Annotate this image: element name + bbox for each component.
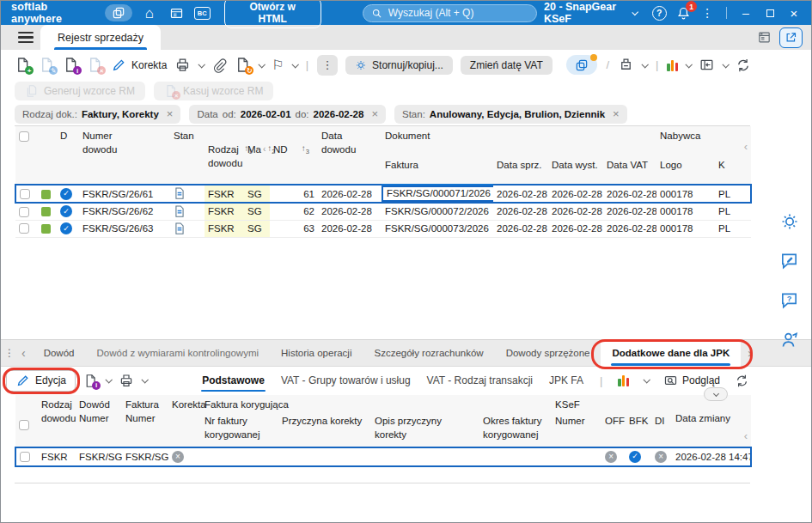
more-actions-icon[interactable]: ⋮: [317, 55, 338, 76]
collapse-columns-icon[interactable]: ‹: [744, 429, 748, 442]
document-state-icon[interactable]: [174, 222, 186, 234]
chart-dropdown-icon[interactable]: [685, 61, 692, 68]
col-rodzaj-dowodu[interactable]: Rodzaj dowodu: [38, 395, 76, 447]
table-row[interactable]: ✓ FSKR/SG/26/62 FSKR SG 62 2026-02-28 FS…: [15, 203, 751, 220]
help-icon[interactable]: ?: [649, 3, 669, 22]
table-row[interactable]: ✓ FSKR/SG/26/63 FSKR SG 63 2026-02-28 FS…: [15, 220, 751, 237]
col-status[interactable]: [38, 126, 57, 185]
delete-document-icon[interactable]: ×: [87, 57, 103, 73]
table-row[interactable]: ✓ FSKR/SG/26/61 FSKR SG 61 2026-02-28 FS…: [15, 185, 751, 203]
row-checkbox[interactable]: [20, 189, 30, 199]
filter-chip-rodzaj[interactable]: Rodzaj dok.:Faktury, Korekty ×: [15, 105, 180, 124]
col-faktura[interactable]: Faktura: [382, 155, 493, 185]
menu-icon[interactable]: [11, 25, 40, 50]
remove-filter-icon[interactable]: ×: [371, 108, 378, 119]
col-data-wyst[interactable]: Data wyst.: [548, 155, 603, 185]
col-logo[interactable]: Logo: [656, 155, 715, 185]
window-panel-icon[interactable]: [757, 30, 772, 45]
filter-chip-data[interactable]: Data od:2026-02-01 do:2026-02-28 ×: [189, 105, 386, 124]
stornuj-button[interactable]: Stornuj/kopiuj...: [345, 56, 453, 75]
col-opis-przyczyny[interactable]: Opis przyczyny korekty: [371, 411, 479, 447]
print-dropdown-icon[interactable]: [198, 61, 205, 68]
card-view-icon[interactable]: [167, 3, 187, 22]
tab-dowody-sprzezone[interactable]: Dowody sprzężone: [495, 340, 601, 366]
open-in-html-button[interactable]: Otwórz w HTML: [224, 0, 321, 28]
col-d[interactable]: D: [57, 126, 79, 185]
tab-rejestr-sprzedazy[interactable]: Rejestr sprzedaży: [40, 25, 161, 50]
help-chat-icon[interactable]: [778, 289, 800, 311]
document-refresh-icon[interactable]: ↻: [235, 57, 251, 73]
podglad-button[interactable]: Podgląd: [663, 374, 720, 388]
col-magazyn[interactable]: Ma‹ ↑2: [244, 126, 270, 185]
row-checkbox[interactable]: [19, 223, 29, 234]
document-state-icon[interactable]: [174, 204, 186, 217]
col-data-dowodu[interactable]: Data dowodu: [318, 126, 382, 185]
user-share-icon[interactable]: [778, 329, 800, 350]
flag-dropdown-icon[interactable]: [291, 61, 298, 68]
assistant-bulb-icon[interactable]: [778, 210, 800, 232]
subtab-jpk-fa[interactable]: JPK FA: [548, 371, 584, 390]
row-checkbox[interactable]: [20, 452, 30, 462]
home-icon[interactable]: ⌂: [139, 3, 160, 22]
col-stan[interactable]: Stan: [170, 126, 205, 185]
collapse-panel-icon[interactable]: [704, 387, 728, 401]
filter-chip-stan[interactable]: Stan:Anulowany, Edycja, Brulion, Dzienni…: [394, 105, 627, 124]
col-rodzaj-dowodu[interactable]: Rodzaj dowodu ↑1: [205, 126, 244, 185]
col-dowod-numer[interactable]: Dowód Numer: [76, 395, 122, 447]
col-okres-faktury[interactable]: Okres faktury korygowanej: [479, 411, 552, 447]
collapse-columns-icon[interactable]: ‹: [744, 140, 748, 153]
col-faktura-numer[interactable]: Faktura Numer: [122, 395, 168, 447]
col-di[interactable]: DI: [651, 411, 672, 447]
company-selector[interactable]: 20 - SnapGear KSeF: [544, 1, 637, 25]
col-nd[interactable]: ND ↑3: [270, 126, 318, 185]
col-bfk[interactable]: BFK: [626, 411, 651, 447]
selected-cell[interactable]: FSKR/SG/000071/2026: [382, 185, 493, 202]
tab-dowod-wymiary[interactable]: Dowód z wymiarami kontrolingowymi: [85, 340, 270, 366]
tab-dowod[interactable]: Dowód: [33, 340, 86, 366]
notifications-icon[interactable]: 1: [673, 3, 693, 22]
bc-icon[interactable]: BC: [194, 7, 211, 20]
print-icon[interactable]: [174, 57, 191, 73]
maximize-button[interactable]: [760, 3, 780, 22]
col-off[interactable]: OFF: [601, 411, 626, 447]
col-data-zmiany[interactable]: Data zmiany: [672, 395, 751, 447]
refresh-icon[interactable]: [736, 58, 751, 73]
kasuj-wzorce-button[interactable]: × Kasuj wzorce RM: [154, 82, 273, 100]
chart-icon[interactable]: [667, 59, 678, 71]
col-korekta[interactable]: Korekta: [168, 395, 201, 447]
document-refresh-dropdown-icon[interactable]: [259, 61, 266, 68]
document-info-icon[interactable]: i: [83, 374, 98, 388]
col-data-vat[interactable]: Data VAT: [603, 155, 656, 185]
col-numer-dowodu[interactable]: Numer dowodu: [79, 126, 170, 185]
korekta-button[interactable]: Korekta: [111, 58, 167, 73]
col-ksef-numer[interactable]: Numer: [552, 411, 601, 447]
views-layers-icon[interactable]: [566, 55, 597, 75]
select-all-checkbox[interactable]: [19, 131, 29, 142]
subtab-podstawowe[interactable]: Podstawowe: [201, 371, 266, 390]
attachment-icon[interactable]: [211, 58, 227, 73]
refresh-icon[interactable]: [735, 374, 749, 388]
table-row[interactable]: FSKR FSKR/SG/: FSKR/SG × × ✓ × 2026-02-2…: [15, 447, 751, 466]
document-info-dropdown-icon[interactable]: [105, 376, 112, 383]
edycja-button[interactable]: Edycja: [6, 370, 76, 392]
subtab-vat-grupy[interactable]: VAT - Grupy towarów i usług: [280, 371, 412, 390]
subtab-vat-rodzaj[interactable]: VAT - Rodzaj transakcji: [426, 371, 534, 390]
col-kraj[interactable]: K: [715, 155, 751, 185]
tab-dodatkowe-dane-jpk[interactable]: Dodatkowe dane dla JPK: [601, 340, 741, 367]
export-dropdown-icon[interactable]: [642, 61, 649, 68]
chart-dropdown-icon[interactable]: [643, 376, 650, 383]
zmien-date-vat-button[interactable]: Zmień datę VAT: [461, 56, 553, 75]
flag-icon[interactable]: ⚐: [272, 57, 284, 73]
tab-szczegoly-rozrachunkow[interactable]: Szczegóły rozrachunków: [363, 340, 494, 366]
close-button[interactable]: ×: [784, 3, 804, 22]
col-nr-faktury-korygowanej[interactable]: Nr faktury korygowanej: [201, 411, 278, 447]
drag-handle-icon[interactable]: ⋮: [4, 347, 15, 359]
col-data-sprz[interactable]: Data sprz.: [493, 155, 548, 185]
col-przyczyna-korekty[interactable]: Przyczyna korekty: [278, 411, 371, 447]
minimize-button[interactable]: –: [736, 3, 756, 22]
panel-collapse-icon[interactable]: [699, 57, 715, 73]
document-state-icon[interactable]: [174, 186, 186, 199]
generuj-wzorce-button[interactable]: Generuj wzorce RM: [15, 82, 145, 100]
print-dropdown-icon[interactable]: [141, 376, 148, 383]
remove-filter-icon[interactable]: ×: [613, 108, 620, 119]
